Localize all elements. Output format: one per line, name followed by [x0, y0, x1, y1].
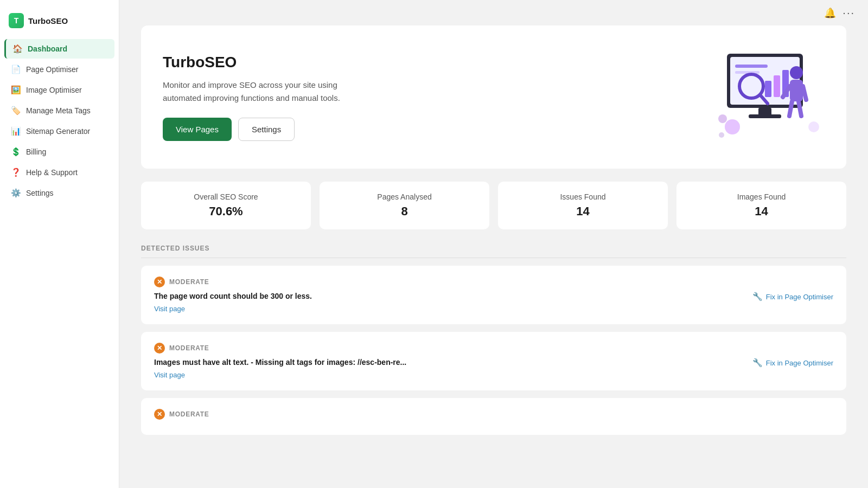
dashboard-icon: 🏠: [12, 44, 22, 54]
issue-severity-2: MODERATE: [169, 410, 209, 418]
issue-body-0: The page word count should be 300 or les…: [154, 292, 833, 313]
issue-card-2: ✕ MODERATE: [141, 398, 846, 435]
stat-card-0: Overall SEO Score 70.6%: [141, 182, 311, 229]
hero-description: Monitor and improve SEO across your site…: [163, 79, 369, 105]
visit-page-link-1[interactable]: Visit page: [154, 371, 185, 379]
stats-row: Overall SEO Score 70.6% Pages Analysed 8…: [141, 182, 846, 229]
sidebar-item-sitemap-generator[interactable]: 📊 Sitemap Generator: [4, 121, 114, 141]
svg-rect-10: [749, 114, 781, 118]
issue-body-1: Images must have alt text. - Missing alt…: [154, 358, 833, 380]
hero-section: TurboSEO Monitor and improve SEO across …: [141, 25, 846, 169]
sidebar-label-image-optimiser: Image Optimiser: [26, 86, 82, 94]
sidebar-label-billing: Billing: [26, 147, 46, 156]
svg-point-18: [718, 114, 727, 123]
issue-badge-0: ✕: [154, 277, 165, 287]
issue-content-1: Images must have alt text. - Missing alt…: [154, 358, 406, 380]
stat-label-1: Pages Analysed: [333, 192, 476, 201]
topbar: 🔔 ···: [119, 0, 868, 25]
app-name: TurboSEO: [28, 16, 68, 25]
issue-content-0: The page word count should be 300 or les…: [154, 292, 312, 313]
sidebar-label-sitemap-generator: Sitemap Generator: [26, 127, 90, 136]
settings-button[interactable]: Settings: [238, 118, 295, 141]
section-title: DETECTED ISSUES: [141, 245, 846, 258]
sidebar-label-help-support: Help & Support: [26, 168, 78, 177]
sidebar: T TurboSEO 🏠 Dashboard 📄 Page Optimiser …: [0, 0, 119, 488]
svg-rect-12: [790, 80, 803, 101]
help-support-icon: ❓: [11, 168, 21, 177]
issue-header-2: ✕ MODERATE: [154, 409, 833, 420]
hero-buttons: View Pages Settings: [163, 118, 369, 141]
bell-icon[interactable]: 🔔: [824, 7, 836, 19]
issue-fix-1: 🔧 Fix in Page Optimiser: [752, 358, 833, 368]
sidebar-label-dashboard: Dashboard: [28, 44, 67, 53]
sidebar-nav: 🏠 Dashboard 📄 Page Optimiser 🖼️ Image Op…: [0, 39, 119, 479]
issue-card-0: ✕ MODERATE The page word count should be…: [141, 266, 846, 324]
issues-container: ✕ MODERATE The page word count should be…: [141, 266, 846, 435]
svg-rect-4: [765, 81, 771, 97]
sidebar-item-image-optimiser[interactable]: 🖼️ Image Optimiser: [4, 80, 114, 100]
issue-title-1: Images must have alt text. - Missing alt…: [154, 358, 406, 367]
sidebar-item-billing[interactable]: 💲 Billing: [4, 142, 114, 162]
svg-point-17: [725, 119, 740, 134]
main-content: 🔔 ··· TurboSEO Monitor and improve SEO a…: [119, 0, 868, 488]
fix-icon-1: 🔧: [752, 358, 763, 368]
hero-title: TurboSEO: [163, 54, 369, 71]
svg-rect-5: [774, 75, 780, 97]
settings-icon: ⚙️: [11, 188, 21, 198]
logo-icon: T: [9, 13, 24, 28]
billing-icon: 💲: [11, 147, 21, 157]
page-optimiser-icon: 📄: [11, 65, 21, 74]
sidebar-logo: T TurboSEO: [0, 9, 119, 39]
issue-header-0: ✕ MODERATE: [154, 277, 833, 287]
visit-page-link-0[interactable]: Visit page: [154, 305, 185, 313]
sidebar-item-manage-meta-tags[interactable]: 🏷️ Manage Meta Tags: [4, 101, 114, 120]
sidebar-label-page-optimiser: Page Optimiser: [26, 65, 78, 74]
sidebar-label-settings: Settings: [26, 189, 54, 197]
sidebar-item-help-support[interactable]: ❓ Help & Support: [4, 163, 114, 182]
more-icon[interactable]: ···: [843, 7, 855, 19]
hero-illustration: [705, 43, 825, 151]
issue-header-1: ✕ MODERATE: [154, 343, 833, 354]
svg-rect-2: [735, 65, 768, 68]
issue-card-1: ✕ MODERATE Images must have alt text. - …: [141, 332, 846, 390]
sidebar-item-page-optimiser[interactable]: 📄 Page Optimiser: [4, 60, 114, 79]
stat-label-0: Overall SEO Score: [154, 192, 298, 201]
issue-severity-1: MODERATE: [169, 344, 209, 352]
issue-badge-1: ✕: [154, 343, 165, 354]
stat-card-2: Issues Found 14: [498, 182, 668, 229]
stat-card-3: Images Found 14: [676, 182, 846, 229]
fix-link-0[interactable]: Fix in Page Optimiser: [766, 293, 833, 301]
svg-line-14: [803, 86, 806, 100]
stat-value-0: 70.6%: [154, 204, 298, 219]
page-content: TurboSEO Monitor and improve SEO across …: [119, 25, 868, 457]
stat-value-1: 8: [333, 204, 476, 219]
stat-value-2: 14: [511, 204, 655, 219]
sidebar-label-manage-meta-tags: Manage Meta Tags: [26, 106, 91, 115]
svg-point-19: [808, 121, 819, 132]
fix-icon-0: 🔧: [752, 292, 763, 301]
issue-title-0: The page word count should be 300 or les…: [154, 292, 312, 300]
svg-line-16: [799, 101, 801, 116]
svg-point-20: [719, 132, 724, 138]
sidebar-item-dashboard[interactable]: 🏠 Dashboard: [4, 39, 114, 59]
issue-badge-2: ✕: [154, 409, 165, 420]
issue-severity-0: MODERATE: [169, 278, 209, 286]
svg-rect-9: [758, 108, 771, 115]
issue-fix-0: 🔧 Fix in Page Optimiser: [752, 292, 833, 301]
svg-point-11: [790, 66, 803, 79]
detected-issues-section: DETECTED ISSUES ✕ MODERATE The page word…: [141, 245, 846, 435]
image-optimiser-icon: 🖼️: [11, 85, 21, 95]
fix-link-1[interactable]: Fix in Page Optimiser: [766, 359, 833, 367]
sitemap-generator-icon: 📊: [11, 126, 21, 136]
stat-label-3: Images Found: [690, 192, 833, 201]
manage-meta-tags-icon: 🏷️: [11, 106, 21, 115]
stat-label-2: Issues Found: [511, 192, 655, 201]
sidebar-item-settings[interactable]: ⚙️ Settings: [4, 183, 114, 203]
stat-card-1: Pages Analysed 8: [320, 182, 489, 229]
svg-line-15: [789, 101, 792, 116]
stat-value-3: 14: [690, 204, 833, 219]
view-pages-button[interactable]: View Pages: [163, 118, 232, 141]
hero-text: TurboSEO Monitor and improve SEO across …: [163, 54, 369, 141]
